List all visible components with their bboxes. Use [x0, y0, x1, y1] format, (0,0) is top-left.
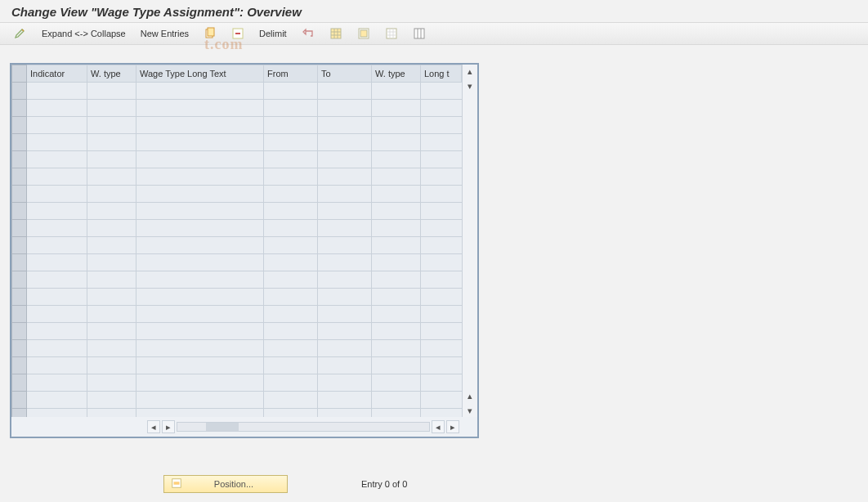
cell[interactable] [27, 409, 87, 418]
cell[interactable] [27, 117, 87, 134]
cell[interactable] [421, 134, 463, 151]
horizontal-scrollbar[interactable]: ◂ ▸ ◂ ▸ [11, 417, 463, 437]
cell[interactable] [421, 306, 463, 323]
cell[interactable] [421, 83, 463, 100]
cell[interactable] [87, 374, 136, 392]
cell[interactable] [27, 100, 87, 117]
scroll-right-step-icon[interactable]: ▸ [162, 420, 175, 433]
cell[interactable] [27, 357, 87, 374]
cell[interactable] [264, 271, 318, 289]
scroll-up-icon[interactable]: ▾ [463, 79, 477, 92]
cell[interactable] [136, 237, 264, 254]
delimit-button[interactable]: Delimit [253, 25, 293, 43]
col-header[interactable]: Indicator [27, 65, 87, 83]
cell[interactable] [421, 409, 463, 418]
cell[interactable] [318, 323, 372, 340]
cell[interactable] [421, 237, 463, 254]
cell[interactable] [27, 186, 87, 203]
cell[interactable] [87, 357, 136, 374]
cell[interactable] [264, 289, 318, 306]
cell[interactable] [136, 340, 264, 357]
row-selector[interactable] [12, 357, 27, 374]
cell[interactable] [264, 83, 318, 100]
cell[interactable] [318, 220, 372, 237]
cell[interactable] [318, 83, 372, 100]
cell[interactable] [372, 392, 421, 409]
cell[interactable] [87, 168, 136, 186]
row-selector[interactable] [12, 203, 27, 220]
cell[interactable] [87, 100, 136, 117]
row-selector[interactable] [12, 100, 27, 117]
cell[interactable] [136, 323, 264, 340]
cell[interactable] [372, 340, 421, 357]
cell[interactable] [27, 254, 87, 271]
cell[interactable] [87, 306, 136, 323]
cell[interactable] [264, 323, 318, 340]
cell[interactable] [318, 271, 372, 289]
cell[interactable] [87, 271, 136, 289]
row-selector[interactable] [12, 237, 27, 254]
cell[interactable] [318, 186, 372, 203]
cell[interactable] [372, 117, 421, 134]
scroll-left-icon[interactable]: ◂ [147, 420, 160, 433]
expand-collapse-button[interactable]: Expand <-> Collapse [36, 25, 132, 43]
cell[interactable] [264, 237, 318, 254]
toggle-display-change-button[interactable] [8, 25, 33, 43]
row-selector[interactable] [12, 220, 27, 237]
cell[interactable] [372, 100, 421, 117]
cell[interactable] [87, 83, 136, 100]
cell[interactable] [421, 100, 463, 117]
cell[interactable] [421, 289, 463, 306]
cell[interactable] [27, 323, 87, 340]
cell[interactable] [27, 374, 87, 392]
cell[interactable] [372, 203, 421, 220]
cell[interactable] [264, 254, 318, 271]
cell[interactable] [318, 203, 372, 220]
cell[interactable] [421, 186, 463, 203]
cell[interactable] [87, 392, 136, 409]
cell[interactable] [372, 220, 421, 237]
cell[interactable] [136, 100, 264, 117]
cell[interactable] [421, 271, 463, 289]
row-selector[interactable] [12, 323, 27, 340]
cell[interactable] [264, 357, 318, 374]
scroll-down-bottom-icon[interactable]: ▾ [463, 404, 477, 417]
cell[interactable] [318, 289, 372, 306]
cell[interactable] [421, 220, 463, 237]
cell[interactable] [136, 186, 264, 203]
cell[interactable] [421, 117, 463, 134]
cell[interactable] [27, 83, 87, 100]
row-selector[interactable] [12, 374, 27, 392]
cell[interactable] [264, 168, 318, 186]
cell[interactable] [264, 409, 318, 418]
col-header[interactable]: To [318, 65, 372, 83]
row-selector[interactable] [12, 289, 27, 306]
cell[interactable] [421, 374, 463, 392]
cell[interactable] [318, 151, 372, 168]
cell[interactable] [136, 168, 264, 186]
row-selector[interactable] [12, 340, 27, 357]
cell[interactable] [136, 306, 264, 323]
cell[interactable] [372, 237, 421, 254]
cell[interactable] [264, 340, 318, 357]
cell[interactable] [372, 374, 421, 392]
cell[interactable] [421, 168, 463, 186]
row-selector[interactable] [12, 117, 27, 134]
copy-as-button[interactable] [198, 25, 222, 43]
col-header[interactable]: W. type [372, 65, 421, 83]
cell[interactable] [318, 340, 372, 357]
col-header[interactable]: From [264, 65, 318, 83]
cell[interactable] [421, 392, 463, 409]
scroll-up-top-icon[interactable]: ▴ [463, 65, 477, 78]
cell[interactable] [421, 151, 463, 168]
hscroll-thumb[interactable] [206, 423, 239, 431]
cell[interactable] [136, 134, 264, 151]
vertical-scrollbar[interactable]: ▴ ▾ ▴ ▾ [462, 65, 477, 417]
cell[interactable] [87, 203, 136, 220]
cell[interactable] [318, 409, 372, 418]
cell[interactable] [87, 237, 136, 254]
cell[interactable] [372, 289, 421, 306]
cell[interactable] [87, 323, 136, 340]
cell[interactable] [264, 151, 318, 168]
cell[interactable] [87, 151, 136, 168]
